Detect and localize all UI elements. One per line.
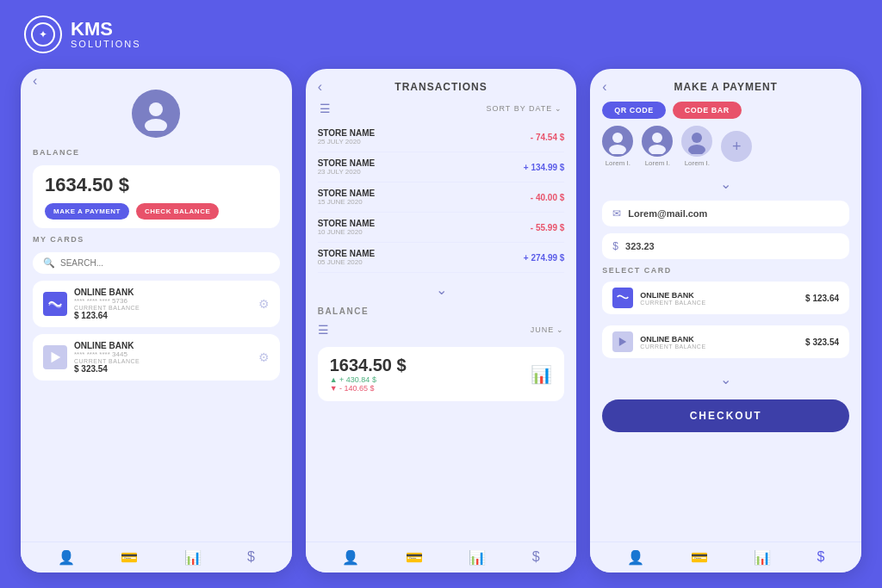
search-box[interactable]: 🔍	[33, 252, 280, 274]
panel-transactions: ‹ TRANSACTIONS ☰ SORT BY DATE ⌄ STORE NA…	[306, 69, 577, 573]
nav-chart-icon-3[interactable]: 📊	[754, 549, 771, 566]
contact-person-icon-1	[605, 128, 630, 154]
search-input[interactable]	[60, 258, 270, 268]
logo-inner	[31, 22, 55, 46]
tx-left-2: STORE NAME 23 JULY 2020	[318, 158, 376, 176]
nav-dollar-icon-3[interactable]: $	[817, 549, 824, 566]
card-left-2: ONLINE BANK **** **** **** 3445 CURRENT …	[43, 341, 140, 374]
sc-bank-1: ONLINE BANK	[640, 291, 705, 300]
panel2-body: ☰ SORT BY DATE ⌄ STORE NAME 25 JULY 2020…	[306, 102, 577, 542]
nav-card-icon-1[interactable]: 💳	[121, 549, 138, 566]
nav-card-icon-3[interactable]: 💳	[691, 549, 708, 566]
gear-icon-2[interactable]: ⚙	[258, 350, 270, 364]
filter-icon-2[interactable]: ☰	[318, 323, 329, 337]
nav-dollar-icon-1[interactable]: $	[247, 549, 255, 566]
contacts-row: Lorem I. Lorem I.	[602, 126, 849, 167]
svg-point-0	[149, 102, 163, 116]
select-card-item-1[interactable]: ONLINE BANK CURRENT BALANCE $ 123.64	[602, 282, 849, 314]
amount-field[interactable]: $ 323.23	[602, 233, 849, 259]
balance-section-label: BALANCE	[33, 148, 280, 157]
panel3-header: ‹ MAKE A PAYMENT	[590, 69, 861, 102]
card-label-1: CURRENT BALANCE	[74, 305, 140, 311]
sc-icon-2	[612, 331, 633, 352]
checkout-button[interactable]: CHECKOUT	[602, 399, 849, 432]
svg-point-5	[652, 133, 662, 143]
contact-person-icon-2	[644, 128, 670, 154]
panel1-bottom-nav: 👤 💳 📊 $	[21, 542, 292, 573]
header: KMS SOLUTIONS	[24, 15, 141, 53]
nav-person-icon-3[interactable]: 👤	[627, 549, 644, 566]
balance-up: ▲ + 430.84 $	[330, 375, 407, 384]
back-arrow-panel3[interactable]: ‹	[602, 79, 606, 95]
chart-icon[interactable]: 📊	[531, 364, 552, 385]
add-contact-button[interactable]: +	[721, 131, 752, 162]
avatar-icon	[139, 96, 173, 131]
store-name-2: STORE NAME	[318, 158, 376, 168]
filter-icon[interactable]: ☰	[320, 102, 331, 115]
panel-payment: ‹ MAKE A PAYMENT QR CODE CODE BAR Lorem …	[590, 69, 861, 573]
transaction-item-2: STORE NAME 23 JULY 2020 + 134.99 $	[318, 152, 565, 183]
sc-stripe-icon	[616, 294, 630, 303]
sort-button[interactable]: SORT BY DATE ⌄	[486, 104, 562, 113]
transaction-item-1: STORE NAME 25 JULY 2020 - 74.54 $	[318, 122, 565, 152]
card-bank-icon-2	[43, 345, 67, 369]
nav-card-icon-2[interactable]: 💳	[406, 549, 423, 566]
tx-date-4: 10 JUNE 2020	[318, 228, 376, 236]
sc-label-2: CURRENT BALANCE	[640, 344, 705, 350]
payment-title: MAKE A PAYMENT	[674, 81, 777, 93]
sc-bank-2: ONLINE BANK	[640, 335, 705, 344]
sc-info-2: ONLINE BANK CURRENT BALANCE	[640, 335, 705, 350]
sc-balance-1: $ 123.64	[805, 294, 839, 303]
check-balance-button[interactable]: CHECK BALANCE	[136, 203, 219, 220]
select-card-item-2[interactable]: ONLINE BANK CURRENT BALANCE $ 323.54	[602, 325, 849, 358]
nav-person-icon-1[interactable]: 👤	[58, 549, 75, 566]
transaction-item-4: STORE NAME 10 JUNE 2020 - 55.99 $	[318, 213, 565, 243]
nav-chart-icon-2[interactable]: 📊	[469, 549, 486, 566]
back-arrow-panel1[interactable]: ‹	[33, 73, 37, 89]
code-bar-button[interactable]: CODE BAR	[673, 102, 742, 119]
qr-bar-row: QR CODE CODE BAR	[602, 102, 849, 119]
svg-point-6	[649, 145, 666, 154]
email-field[interactable]: ✉ Lorem@mail.com	[602, 201, 849, 226]
tx-date-1: 25 JULY 2020	[318, 138, 376, 145]
card-item-1[interactable]: ONLINE BANK **** **** **** 5736 CURRENT …	[33, 281, 280, 327]
chevron-month-icon: ⌄	[556, 325, 564, 334]
make-payment-button[interactable]: MAKE A PAYMENT	[45, 203, 129, 220]
tx-left-1: STORE NAME 25 JULY 2020	[318, 128, 376, 145]
nav-chart-icon-1[interactable]: 📊	[184, 549, 202, 566]
card-left-1: ONLINE BANK **** **** **** 5736 CURRENT …	[43, 288, 140, 320]
show-more-chevron[interactable]: ⌄	[318, 282, 565, 298]
play-icon	[47, 350, 63, 365]
gear-icon-1[interactable]: ⚙	[258, 297, 270, 311]
contact-avatar-2[interactable]	[642, 126, 673, 157]
nav-person-icon-2[interactable]: 👤	[342, 549, 359, 566]
store-name-5: STORE NAME	[318, 249, 376, 258]
panel2-bottom-nav: 👤 💳 📊 $	[306, 542, 577, 573]
brand-tagline: SOLUTIONS	[71, 39, 141, 49]
qr-code-button[interactable]: QR CODE	[602, 102, 666, 119]
balance-filter-row: ☰ JUNE ⌄	[318, 323, 565, 337]
balance-down: ▼ - 140.65 $	[330, 384, 407, 393]
tx-left-4: STORE NAME 10 JUNE 2020	[318, 219, 376, 236]
month-button[interactable]: JUNE ⌄	[531, 325, 565, 334]
panel1-body: BALANCE 1634.50 $ MAKE A PAYMENT CHECK B…	[21, 90, 292, 542]
card-number-1: **** **** **** 5736	[74, 297, 140, 305]
svg-point-4	[609, 145, 626, 154]
store-name-1: STORE NAME	[318, 128, 376, 138]
contact-avatar-1[interactable]	[602, 126, 633, 157]
contact-person-icon-3	[684, 128, 710, 154]
back-arrow-panel2[interactable]: ‹	[318, 79, 322, 95]
sc-balance-2: $ 323.54	[805, 337, 839, 347]
svg-point-3	[612, 133, 623, 143]
card-item-2[interactable]: ONLINE BANK **** **** **** 3445 CURRENT …	[33, 334, 280, 381]
store-name-4: STORE NAME	[318, 219, 376, 228]
nav-dollar-icon-2[interactable]: $	[532, 549, 540, 566]
avatar-wrap	[33, 90, 280, 138]
contacts-chevron[interactable]: ⌄	[602, 176, 849, 192]
contact-avatar-3[interactable]	[681, 126, 712, 157]
transaction-list: STORE NAME 25 JULY 2020 - 74.54 $ STORE …	[318, 122, 565, 273]
tx-amount-3: - 40.00 $	[531, 193, 564, 202]
select-card-chevron[interactable]: ⌄	[602, 371, 849, 387]
email-icon: ✉	[612, 207, 621, 220]
card-balance-2: $ 323.54	[74, 364, 140, 374]
